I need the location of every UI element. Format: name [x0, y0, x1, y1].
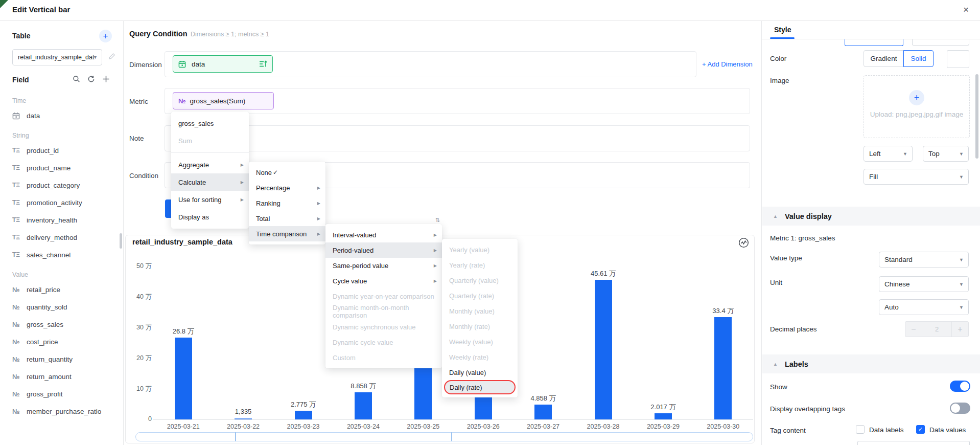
number-field-icon: №	[12, 303, 21, 311]
sort-lines-icon[interactable]	[259, 60, 267, 68]
menu-item-period-valued[interactable]: Period-valued▶	[325, 242, 442, 258]
collapse-icon[interactable]: ▲	[773, 362, 778, 367]
metric-chip-gross-sales[interactable]: № gross_sales(Sum)	[173, 92, 274, 109]
field-item-member_purchase_ratio[interactable]: №member_purchase_ratio	[0, 403, 123, 420]
bar-2025-03-23[interactable]	[295, 411, 312, 419]
unit-label: Unit	[770, 279, 782, 286]
bar-2025-03-27[interactable]	[534, 405, 552, 419]
value-type-select[interactable]: Standard▼	[879, 252, 969, 268]
collapse-icon[interactable]: ▲	[773, 214, 778, 219]
search-icon[interactable]	[73, 75, 80, 83]
x-axis-label: 2025-03-28	[573, 423, 634, 430]
show-toggle[interactable]	[950, 381, 970, 392]
field-item-label: product_category	[27, 182, 80, 189]
main-scrollbar-thumb[interactable]	[120, 233, 122, 249]
chevron-down-icon: ▼	[959, 174, 964, 180]
labels-section-header[interactable]: ▲ Labels	[762, 354, 980, 373]
add-table-button[interactable]: +	[99, 30, 112, 42]
menu-item-ranking[interactable]: Ranking▶	[249, 195, 325, 211]
data-labels-checkbox[interactable]	[856, 425, 865, 434]
clipped-control-active[interactable]	[845, 39, 903, 46]
y-axis-tick: 30 万	[125, 323, 152, 332]
image-upload-area[interactable]: + Upload: png,jpeg,jpg,gif image	[864, 75, 970, 138]
field-item-retail_price[interactable]: №retail_price	[0, 281, 123, 298]
menu-item-yearly-value-: Yearly (value)	[442, 242, 518, 257]
menu-item-gross-sales[interactable]: gross_sales	[171, 115, 249, 132]
menu-item-display-as[interactable]: Display as	[171, 208, 249, 226]
menu-item-same-period-value[interactable]: Same-period value▶	[325, 258, 442, 273]
menu-item-aggregate[interactable]: Aggregate▶	[171, 156, 249, 173]
add-field-icon[interactable]	[102, 75, 110, 83]
close-icon[interactable]: ×	[963, 4, 969, 15]
field-item-gross_profit[interactable]: №gross_profit	[0, 385, 123, 403]
bar-value-label: 2.017 万	[633, 403, 694, 412]
menu-item-label: Use for sorting	[178, 196, 222, 204]
align-horizontal-select[interactable]: Left▼	[864, 146, 913, 162]
calculate-submenu: None✓Percentage▶Ranking▶Total▶Time compa…	[249, 162, 325, 244]
field-item-delivery_method[interactable]: TΞdelivery_method	[0, 229, 123, 246]
unit-select[interactable]: Chinese▼	[879, 276, 969, 292]
note-input[interactable]	[165, 125, 750, 151]
menu-item-label: Percentage	[256, 184, 290, 192]
menu-item-interval-valued[interactable]: Interval-valued▶	[325, 227, 442, 242]
bar-2025-03-28[interactable]	[595, 280, 612, 419]
menu-item-use-for-sorting[interactable]: Use for sorting▶	[171, 191, 249, 208]
table-select[interactable]: retail_industry_sample_dat ▼	[12, 49, 102, 65]
field-item-data[interactable]: data	[0, 107, 123, 124]
chart-title: retail_industry_sample_data	[132, 238, 232, 246]
field-item-sales_channel[interactable]: TΞsales_channel	[0, 246, 123, 263]
bar-2025-03-30[interactable]	[714, 317, 732, 419]
decimal-minus-button[interactable]: −	[905, 322, 922, 337]
field-item-return_quantity[interactable]: №return_quantity	[0, 350, 123, 368]
gradient-button[interactable]: Gradient	[864, 50, 904, 67]
number-field-icon: №	[12, 321, 21, 328]
tab-style[interactable]: Style	[774, 26, 791, 34]
datazoom-slider[interactable]	[135, 432, 753, 441]
field-item-product_id[interactable]: TΞproduct_id	[0, 142, 123, 159]
menu-item-total[interactable]: Total▶	[249, 211, 325, 226]
panel-scrollbar-thumb[interactable]	[975, 74, 978, 159]
fill-mode-value: Fill	[869, 173, 878, 181]
menu-item-percentage[interactable]: Percentage▶	[249, 180, 325, 195]
bar-2025-03-29[interactable]	[655, 413, 672, 419]
field-item-gross_sales[interactable]: №gross_sales	[0, 316, 123, 333]
bar-value-label: 4.858 万	[512, 394, 574, 403]
field-item-quantity_sold[interactable]: №quantity_sold	[0, 298, 123, 316]
field-item-cost_price[interactable]: №cost_price	[0, 333, 123, 350]
datazoom-handle-right[interactable]	[451, 432, 452, 441]
clipped-input[interactable]	[857, 441, 970, 445]
menu-item-daily-rate-[interactable]: Daily (rate)	[444, 380, 516, 394]
edit-table-icon[interactable]	[108, 53, 115, 62]
field-item-product_name[interactable]: TΞproduct_name	[0, 159, 123, 176]
color-swatch[interactable]	[947, 50, 969, 68]
field-item-product_category[interactable]: TΞproduct_category	[0, 176, 123, 194]
value-display-section-header[interactable]: ▲ Value display	[762, 207, 980, 226]
refresh-icon[interactable]	[87, 75, 95, 83]
field-item-promotion_activity[interactable]: TΞpromotion_activity	[0, 194, 123, 211]
menu-item-label: Ranking	[256, 199, 281, 207]
clipped-control[interactable]	[912, 39, 969, 46]
fill-mode-select[interactable]: Fill▼	[864, 169, 969, 185]
menu-item-cycle-value[interactable]: Cycle value▶	[325, 273, 442, 288]
menu-item-none[interactable]: None✓	[249, 165, 325, 180]
field-item-return_amount[interactable]: №return_amount	[0, 368, 123, 385]
datazoom-handle-left[interactable]	[235, 432, 236, 441]
x-axis-label: 2025-03-21	[153, 423, 214, 430]
menu-item-time-comparison[interactable]: Time comparison▶	[249, 226, 325, 241]
overlap-toggle[interactable]	[950, 403, 970, 414]
solid-button[interactable]: Solid	[903, 50, 934, 67]
bar-2025-03-21[interactable]	[175, 338, 192, 419]
align-vertical-select[interactable]: Top▼	[923, 146, 969, 162]
field-item-inventory_health[interactable]: TΞinventory_health	[0, 211, 123, 229]
bar-2025-03-24[interactable]	[355, 392, 372, 419]
menu-item-daily-value-[interactable]: Daily (value)	[442, 365, 518, 380]
decimal-plus-button[interactable]: +	[951, 322, 968, 337]
add-dimension-button[interactable]: + Add Dimension	[702, 60, 753, 68]
bar-2025-03-25[interactable]	[414, 362, 432, 419]
menu-item-calculate[interactable]: Calculate▶	[171, 173, 249, 191]
data-values-checkbox[interactable]: ✓	[916, 425, 925, 434]
trend-circle-icon[interactable]	[738, 237, 749, 250]
dimension-chip-data[interactable]: data	[173, 55, 273, 73]
unit-mode-select[interactable]: Auto▼	[879, 299, 969, 315]
number-field-icon: №	[12, 390, 21, 398]
